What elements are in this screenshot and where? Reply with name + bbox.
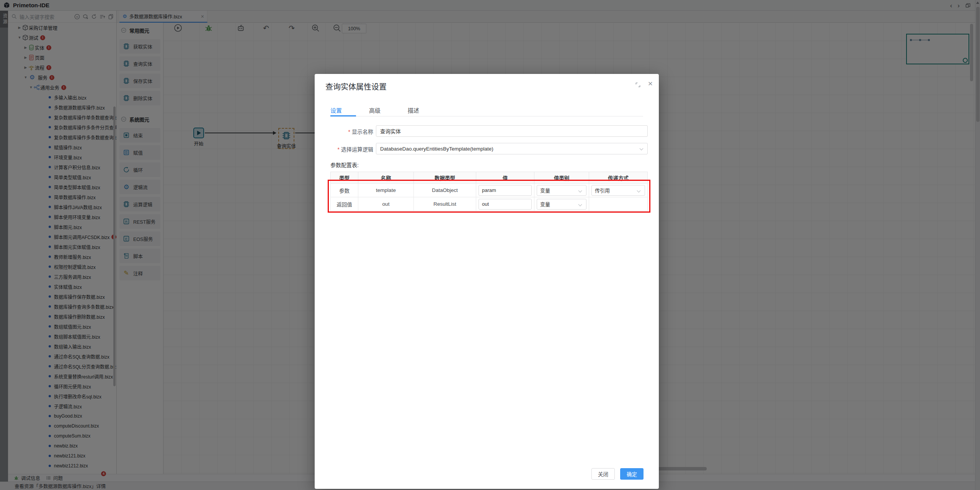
field-logic-row: *选择运算逻辑 DatabaseDao.queryEntitiesByTempl… [315, 143, 659, 154]
required-asterisk: * [338, 146, 340, 152]
dialog-tabs: 设置高级描述 [330, 106, 419, 116]
dialog-tab-描述[interactable]: 描述 [408, 106, 419, 116]
chevron-down-icon [640, 147, 644, 151]
dialog-tab-设置[interactable]: 设置 [330, 106, 342, 116]
logic-select[interactable]: DatabaseDao.queryEntitiesByTemplate(temp… [376, 143, 648, 154]
display-name-input[interactable] [376, 125, 648, 137]
query-entity-properties-dialog: 查询实体属性设置 × 设置高级描述 *显示名称 *选择运算逻辑 Database… [315, 74, 659, 489]
close-button[interactable]: 关闭 [591, 468, 615, 480]
dialog-expand-icon[interactable] [635, 82, 641, 88]
tabs-divider [330, 116, 643, 116]
dialog-footer: 关闭 确定 [591, 468, 644, 480]
field-display-name-row: *显示名称 [315, 125, 659, 137]
display-name-label: *显示名称 [315, 128, 373, 135]
dialog-title: 查询实体属性设置 [325, 81, 387, 92]
logic-select-value: DatabaseDao.queryEntitiesByTemplate(temp… [380, 146, 493, 152]
dialog-tab-高级[interactable]: 高级 [369, 106, 381, 116]
required-asterisk: * [348, 129, 350, 135]
logic-label: *选择运算逻辑 [315, 145, 373, 153]
active-tab-underline [330, 115, 356, 116]
dialog-close-icon[interactable]: × [648, 79, 653, 87]
red-highlight-annotation [328, 180, 650, 213]
param-table-label: 参数配置表: [330, 161, 359, 169]
ok-button[interactable]: 确定 [620, 468, 644, 480]
